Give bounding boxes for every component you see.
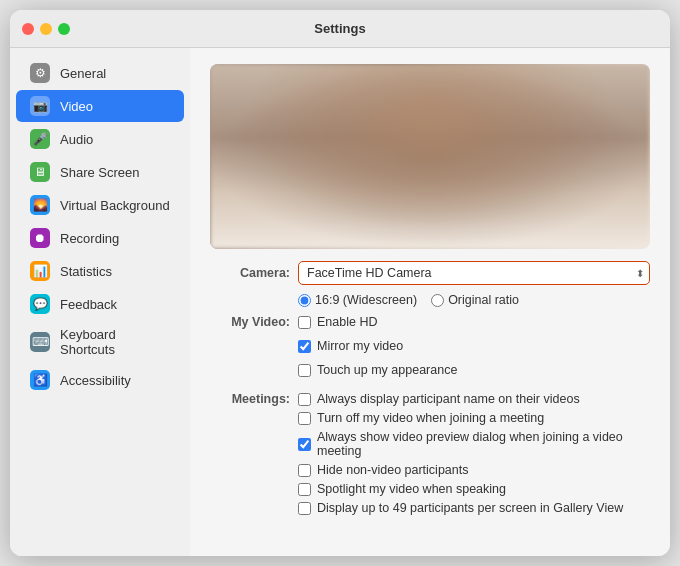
sidebar-item-general[interactable]: ⚙General <box>16 57 184 89</box>
meetings-checkbox-label-gallery-view: Display up to 49 participants per screen… <box>317 501 623 515</box>
settings-window: Settings ⚙General📷Video🎤Audio🖥Share Scre… <box>10 10 670 556</box>
sidebar-item-label-statistics: Statistics <box>60 264 112 279</box>
my-video-label-row: My Video: Enable HDMirror my videoTouch … <box>210 315 650 382</box>
meetings-checkbox-label-show-preview: Always show video preview dialog when jo… <box>317 430 650 458</box>
video-checkbox-mirror[interactable]: Mirror my video <box>298 339 650 353</box>
video-checkbox-label-mirror: Mirror my video <box>317 339 403 353</box>
meetings-checkbox-label-display-name: Always display participant name on their… <box>317 392 580 406</box>
meetings-rows: Always display participant name on their… <box>298 392 650 515</box>
sidebar-item-statistics[interactable]: 📊Statistics <box>16 255 184 287</box>
sidebar-item-feedback[interactable]: 💬Feedback <box>16 288 184 320</box>
video-checkbox-input-mirror[interactable] <box>298 340 311 353</box>
meetings-label: Meetings: <box>210 392 290 406</box>
my-video-section: My Video: Enable HDMirror my videoTouch … <box>210 315 650 382</box>
keyboard-shortcuts-icon: ⌨ <box>30 332 50 352</box>
camera-select-wrap: FaceTime HD Camera ⬍ <box>298 261 650 285</box>
titlebar: Settings <box>10 10 670 48</box>
sidebar-item-share-screen[interactable]: 🖥Share Screen <box>16 156 184 188</box>
meetings-checkbox-show-preview[interactable]: Always show video preview dialog when jo… <box>298 430 650 458</box>
sidebar: ⚙General📷Video🎤Audio🖥Share Screen🌄Virtua… <box>10 48 190 556</box>
main-panel: Camera: FaceTime HD Camera ⬍ 16:9 (Wides… <box>190 48 670 556</box>
meetings-checkbox-hide-non-video[interactable]: Hide non-video participants <box>298 463 650 477</box>
ratio-option-original[interactable]: Original ratio <box>431 293 519 307</box>
sidebar-item-recording[interactable]: ⏺Recording <box>16 222 184 254</box>
recording-icon: ⏺ <box>30 228 50 248</box>
sidebar-item-label-feedback: Feedback <box>60 297 117 312</box>
meetings-checkbox-input-show-preview[interactable] <box>298 438 311 451</box>
meetings-checkbox-input-spotlight[interactable] <box>298 483 311 496</box>
sidebar-item-keyboard-shortcuts[interactable]: ⌨Keyboard Shortcuts <box>16 321 184 363</box>
sidebar-item-accessibility[interactable]: ♿Accessibility <box>16 364 184 396</box>
ratio-label-widescreen: 16:9 (Widescreen) <box>315 293 417 307</box>
minimize-button[interactable] <box>40 23 52 35</box>
accessibility-icon: ♿ <box>30 370 50 390</box>
close-button[interactable] <box>22 23 34 35</box>
camera-row: Camera: FaceTime HD Camera ⬍ <box>210 261 650 285</box>
ratio-option-widescreen[interactable]: 16:9 (Widescreen) <box>298 293 417 307</box>
ratio-radio-widescreen[interactable] <box>298 294 311 307</box>
video-checkbox-label-enable-hd: Enable HD <box>317 315 377 329</box>
statistics-icon: 📊 <box>30 261 50 281</box>
sidebar-item-label-accessibility: Accessibility <box>60 373 131 388</box>
meetings-checkbox-input-gallery-view[interactable] <box>298 502 311 515</box>
maximize-button[interactable] <box>58 23 70 35</box>
audio-icon: 🎤 <box>30 129 50 149</box>
sidebar-item-label-video: Video <box>60 99 93 114</box>
my-video-label: My Video: <box>210 315 290 329</box>
meetings-checkbox-input-turn-off[interactable] <box>298 412 311 425</box>
video-preview-inner <box>210 64 650 249</box>
meetings-checkbox-input-display-name[interactable] <box>298 393 311 406</box>
ratio-label-original: Original ratio <box>448 293 519 307</box>
sidebar-item-virtual-background[interactable]: 🌄Virtual Background <box>16 189 184 221</box>
sidebar-item-label-audio: Audio <box>60 132 93 147</box>
video-checkbox-enable-hd[interactable]: Enable HD <box>298 315 650 329</box>
camera-label: Camera: <box>210 266 290 280</box>
sidebar-item-label-virtual-background: Virtual Background <box>60 198 170 213</box>
video-preview <box>210 64 650 249</box>
content-area: ⚙General📷Video🎤Audio🖥Share Screen🌄Virtua… <box>10 48 670 556</box>
share-screen-icon: 🖥 <box>30 162 50 182</box>
video-checkbox-label-touch-up: Touch up my appearance <box>317 363 457 377</box>
video-icon: 📷 <box>30 96 50 116</box>
meetings-checkbox-label-turn-off: Turn off my video when joining a meeting <box>317 411 544 425</box>
meetings-checkbox-display-name[interactable]: Always display participant name on their… <box>298 392 650 406</box>
window-title: Settings <box>314 21 365 36</box>
meetings-checkbox-input-hide-non-video[interactable] <box>298 464 311 477</box>
my-video-checkboxes: Enable HDMirror my videoTouch up my appe… <box>298 315 650 382</box>
traffic-lights <box>22 23 70 35</box>
video-checkbox-input-touch-up[interactable] <box>298 364 311 377</box>
meetings-checkbox-label-hide-non-video: Hide non-video participants <box>317 463 468 477</box>
sidebar-item-video[interactable]: 📷Video <box>16 90 184 122</box>
sidebar-item-label-general: General <box>60 66 106 81</box>
meetings-checkbox-turn-off[interactable]: Turn off my video when joining a meeting <box>298 411 650 425</box>
feedback-icon: 💬 <box>30 294 50 314</box>
meetings-checkbox-label-spotlight: Spotlight my video when speaking <box>317 482 506 496</box>
video-checkbox-input-enable-hd[interactable] <box>298 316 311 329</box>
sidebar-item-label-keyboard-shortcuts: Keyboard Shortcuts <box>60 327 170 357</box>
sidebar-item-label-recording: Recording <box>60 231 119 246</box>
camera-select[interactable]: FaceTime HD Camera <box>298 261 650 285</box>
meetings-checkbox-gallery-view[interactable]: Display up to 49 participants per screen… <box>298 501 650 515</box>
meetings-section: Meetings: Always display participant nam… <box>210 392 650 515</box>
sidebar-item-label-share-screen: Share Screen <box>60 165 140 180</box>
ratio-radio-original[interactable] <box>431 294 444 307</box>
ratio-row: 16:9 (Widescreen)Original ratio <box>210 293 650 307</box>
general-icon: ⚙ <box>30 63 50 83</box>
meetings-checkbox-spotlight[interactable]: Spotlight my video when speaking <box>298 482 650 496</box>
sidebar-item-audio[interactable]: 🎤Audio <box>16 123 184 155</box>
virtual-background-icon: 🌄 <box>30 195 50 215</box>
video-checkbox-touch-up[interactable]: Touch up my appearance <box>298 363 650 377</box>
